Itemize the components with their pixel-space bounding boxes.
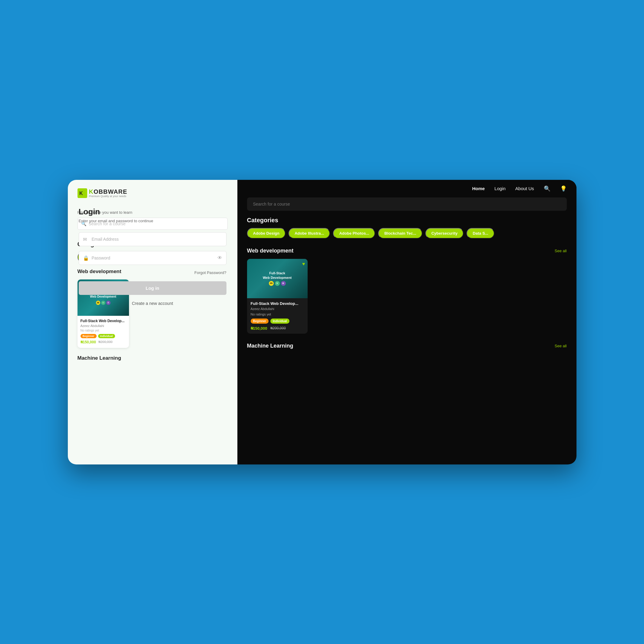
- create-account-link[interactable]: Create a new account: [132, 301, 173, 306]
- badge-beginner-dark: Beginner: [251, 319, 269, 324]
- nav-about[interactable]: About Us: [515, 186, 534, 191]
- nav-login[interactable]: Login: [494, 186, 506, 191]
- left-panel: K KOBBWARE Premium Quality at your needs…: [68, 180, 237, 464]
- categories-dark: Categories Adobe Design Adobe Illustra..…: [247, 217, 567, 239]
- course-rating-dark: No ratings yet: [251, 312, 304, 316]
- forgot-password-container: Forgot Password?: [79, 270, 226, 275]
- price-original: ₦200,000: [98, 340, 113, 344]
- password-group: 🔒 👁: [79, 251, 226, 265]
- course-badges-dark: Beginner Individual: [251, 319, 304, 324]
- machine-learning-title-dark: Machine Learning: [247, 343, 293, 349]
- forgot-password-link[interactable]: Forgot Password?: [194, 270, 226, 275]
- navbar: Home Login About Us 🔍 💡: [237, 180, 576, 197]
- course-thumbnail: ♥ Full-StackWeb Development JS V B: [247, 259, 308, 298]
- machine-learning-light: Machine Learning: [68, 348, 237, 361]
- course-info: Full-Stack Web Develop... Azeez Abdullah…: [78, 316, 129, 348]
- email-field[interactable]: [79, 232, 226, 246]
- bootstrap-icon: B: [281, 281, 286, 286]
- price-current-dark: ₦150,000: [251, 326, 267, 331]
- lock-icon: 🔒: [83, 255, 89, 261]
- logo-tagline: Premium Quality at your needs: [89, 195, 127, 198]
- course-name: Full-Stack Web Develop...: [81, 319, 126, 323]
- login-subtitle: Enter your email and password to continu…: [79, 218, 226, 224]
- password-field[interactable]: [79, 251, 226, 265]
- heart-icon-dark[interactable]: ♥: [302, 261, 305, 267]
- machine-learning-dark: Machine Learning See all: [247, 343, 567, 349]
- cat-cybersecurity[interactable]: Cybersecurity: [425, 228, 464, 239]
- machine-learning-title: Machine Learning: [78, 355, 121, 361]
- thumbnail-title-dark: Full-StackWeb Development: [263, 271, 292, 280]
- machine-learning-header: Machine Learning See all: [247, 343, 567, 349]
- dark-search-input[interactable]: [247, 197, 567, 211]
- create-account-container: Create a new account: [79, 301, 226, 306]
- logo-name: KOBBWARE: [89, 188, 127, 195]
- cat-blockchain[interactable]: Blockchain Tec...: [378, 228, 422, 239]
- theme-icon-nav[interactable]: 💡: [560, 185, 567, 192]
- cat-data[interactable]: Data S...: [467, 228, 494, 239]
- badge-individual: Individual: [98, 334, 115, 338]
- see-all-web-dev[interactable]: See all: [555, 249, 567, 253]
- login-button[interactable]: Log in: [79, 281, 226, 295]
- course-prices-dark: ₦150,000 ₦200,000: [251, 326, 304, 331]
- logo-bar: K KOBBWARE Premium Quality at your needs: [68, 180, 237, 204]
- category-tags-dark: Adobe Design Adobe Illustra... Adobe Pho…: [247, 228, 567, 239]
- course-author-dark: Azeez Abdullahi: [251, 307, 304, 311]
- main-content: Categories Adobe Design Adobe Illustra..…: [237, 197, 576, 464]
- web-dev-title-dark: Web development: [247, 248, 294, 254]
- svg-text:K: K: [79, 191, 83, 196]
- badge-individual-dark: Individual: [270, 319, 289, 324]
- course-card-dark[interactable]: ♥ Full-StackWeb Development JS V B Full-…: [247, 259, 308, 334]
- login-title: Login: [79, 207, 226, 216]
- cat-adobe-illustra[interactable]: Adobe Illustra...: [289, 228, 330, 239]
- email-group: ✉: [79, 232, 226, 246]
- price-original-dark: ₦200,000: [270, 326, 286, 330]
- search-icon-nav[interactable]: 🔍: [544, 185, 550, 192]
- dark-search-container: [247, 197, 567, 211]
- web-dev-header: Web development See all: [247, 248, 567, 254]
- badge-beginner: Beginner: [81, 334, 97, 338]
- vue-icon: V: [275, 281, 280, 286]
- login-section: Login Enter your email and password to c…: [68, 204, 237, 318]
- right-panel: Home Login About Us 🔍 💡 Categories Adobe…: [237, 180, 576, 464]
- see-all-ml[interactable]: See all: [555, 344, 567, 348]
- web-dev-dark: Web development See all ♥ Full-StackWeb …: [247, 248, 567, 334]
- cat-adobe-photos[interactable]: Adobe Photos...: [333, 228, 375, 239]
- course-name-dark: Full-Stack Web Develop...: [251, 301, 304, 306]
- course-info-dark: Full-Stack Web Develop... Azeez Abdullah…: [247, 298, 308, 334]
- email-icon: ✉: [83, 236, 87, 242]
- cat-adobe-design[interactable]: Adobe Design: [247, 228, 286, 239]
- thumbnail-content: Full-StackWeb Development JS V B: [260, 268, 295, 289]
- categories-title-dark: Categories: [247, 217, 567, 224]
- browser-window: K KOBBWARE Premium Quality at your needs…: [68, 180, 576, 464]
- course-author: Azeez Abdullahi: [81, 324, 126, 328]
- price-current: ₦150,000: [81, 340, 96, 344]
- course-rating: No ratings yet: [81, 329, 126, 332]
- nav-home[interactable]: Home: [472, 186, 485, 191]
- eye-icon[interactable]: 👁: [217, 255, 222, 261]
- js-icon: JS: [269, 281, 274, 286]
- logo-icon: K: [78, 188, 87, 198]
